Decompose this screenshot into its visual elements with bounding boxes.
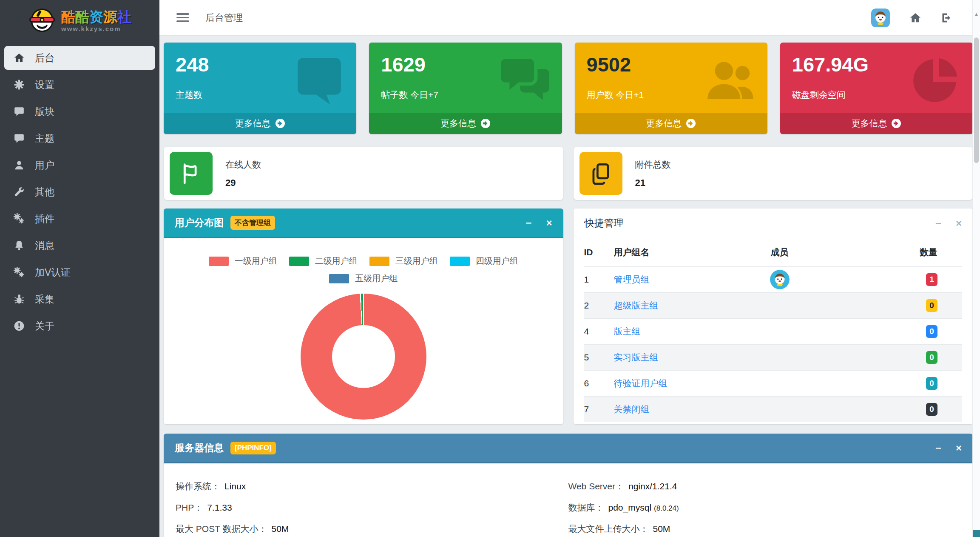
more-info-label: 更多信息: [851, 117, 887, 129]
member-avatar[interactable]: [770, 270, 790, 289]
comment-icon: [14, 106, 25, 117]
legend-item[interactable]: 二级用户组: [289, 255, 358, 267]
group-link[interactable]: 关禁闭组: [614, 404, 650, 414]
more-info-link[interactable]: 更多信息: [780, 113, 973, 134]
group-link[interactable]: 管理员组: [614, 274, 650, 284]
col-count: 数量: [846, 246, 963, 258]
close-icon[interactable]: ×: [956, 218, 962, 229]
stat-label: 用户数 今日+1: [575, 76, 767, 101]
minimize-icon[interactable]: −: [935, 443, 941, 453]
flag-icon: [180, 162, 203, 185]
stat-cards: 248 主题数 更多信息 1629 帖子数 今日+7 更多信息: [164, 43, 973, 134]
minimize-icon[interactable]: −: [935, 218, 941, 229]
server-info-line: 数据库：pdo_mysql(8.0.24): [568, 502, 961, 514]
legend-item[interactable]: 五级用户组: [329, 273, 398, 284]
sidebar-item[interactable]: 版块: [4, 100, 155, 123]
info-box-label: 附件总数: [635, 159, 671, 171]
panel-badge: 不含管理组: [230, 216, 275, 230]
signout-icon[interactable]: [941, 12, 953, 24]
legend-color-swatch: [209, 257, 229, 266]
scrollbar-corner: [973, 530, 980, 537]
info-box: 在线人数 29: [164, 147, 563, 200]
group-link[interactable]: 实习版主组: [614, 352, 659, 362]
page-title: 后台管理: [205, 11, 243, 24]
sidebar-item-label: 关于: [35, 320, 54, 333]
panel-title: 快捷管理: [585, 217, 624, 230]
group-id: 5: [584, 352, 614, 363]
table-row: 1 管理员组: [584, 266, 963, 292]
sidebar-item[interactable]: 插件: [4, 207, 155, 231]
info-box: 附件总数 21: [574, 147, 973, 200]
sidebar-item[interactable]: 用户: [4, 153, 155, 177]
brand-subtitle: www.kkzys.com: [61, 26, 131, 32]
group-link[interactable]: 超级版主组: [614, 300, 659, 310]
count-badge: 0: [926, 377, 937, 390]
sidebar-item[interactable]: 关于: [4, 314, 155, 338]
table-row: 6 待验证用户组: [584, 370, 963, 396]
user-icon: [14, 160, 25, 171]
more-info-link[interactable]: 更多信息: [164, 113, 356, 134]
legend-item[interactable]: 一级用户组: [209, 255, 277, 267]
home-icon: [14, 52, 25, 63]
table-row: 4 版主组: [584, 318, 963, 344]
arrow-circle-right-icon: [686, 118, 696, 129]
sidebar-item[interactable]: 加V认证: [4, 260, 155, 284]
sidebar-item[interactable]: 其他: [4, 180, 155, 204]
bug-icon: [14, 294, 25, 305]
scrollbar-up-arrow-icon[interactable]: ▲: [973, 11, 980, 17]
close-icon[interactable]: ×: [546, 218, 552, 228]
legend-item[interactable]: 四级用户组: [450, 255, 518, 267]
sidebar-item[interactable]: 主题: [4, 126, 155, 150]
user-distribution-donut: [301, 294, 426, 420]
close-icon[interactable]: ×: [956, 443, 962, 453]
server-info-line: PHP：7.1.33: [176, 502, 568, 514]
sidebar-toggle-icon[interactable]: [176, 11, 189, 24]
count-badge: 0: [926, 299, 937, 312]
sidebar-item[interactable]: 设置: [4, 73, 155, 97]
info-icon: [14, 320, 25, 331]
stat-card: 1629 帖子数 今日+7 更多信息: [369, 43, 562, 134]
group-id: 2: [584, 300, 614, 311]
more-info-link[interactable]: 更多信息: [575, 113, 767, 134]
scrollbar-thumb[interactable]: [974, 37, 979, 163]
sidebar-menu: 后台 设置 版块 主题 用户: [0, 39, 159, 338]
server-info-line: Web Server：nginx/1.21.4: [568, 480, 961, 492]
legend-item[interactable]: 三级用户组: [369, 255, 438, 267]
content: 248 主题数 更多信息 1629 帖子数 今日+7 更多信息: [159, 36, 980, 537]
sidebar-item-label: 插件: [35, 212, 54, 226]
brand-logo[interactable]: 酷酷资源社 www.kkzys.com: [0, 0, 159, 39]
stat-value: 248: [164, 43, 356, 76]
page-scrollbar[interactable]: ▲: [972, 0, 980, 537]
wrench-icon: [14, 186, 25, 197]
main-area: 后台管理: [159, 0, 980, 537]
panel-title: 用户分布图: [175, 216, 224, 229]
group-id: 7: [584, 404, 614, 414]
server-info-line: 最大 POST 数据大小：50M: [176, 523, 568, 535]
group-link[interactable]: 版主组: [614, 326, 641, 336]
comment-icon: [14, 133, 25, 144]
stat-label: 主题数: [164, 76, 356, 101]
sidebar-item[interactable]: 消息: [4, 234, 155, 257]
sidebar: 酷酷资源社 www.kkzys.com 后台 设置 版块: [0, 0, 159, 537]
stat-card: 167.94G 磁盘剩余空间 更多信息: [780, 43, 973, 134]
more-info-label: 更多信息: [440, 117, 476, 129]
table-row: 7 关禁闭组: [584, 396, 963, 422]
chart-legend: 一级用户组 二级用户组 三级用户组: [189, 255, 538, 284]
stat-label: 磁盘剩余空间: [780, 76, 973, 101]
server-info-line: 最大文件上传大小：50M: [568, 523, 961, 535]
phpinfo-badge[interactable]: [PHPINFO]: [230, 442, 276, 454]
sidebar-item-label: 用户: [35, 159, 54, 172]
user-avatar[interactable]: [871, 9, 890, 27]
sidebar-item[interactable]: 采集: [4, 287, 155, 311]
topbar: 后台管理: [159, 0, 980, 36]
stat-card: 248 主题数 更多信息: [164, 43, 356, 134]
more-info-link[interactable]: 更多信息: [369, 113, 562, 134]
more-info-label: 更多信息: [235, 117, 271, 129]
copy-icon: [589, 162, 612, 185]
group-link[interactable]: 待验证用户组: [614, 378, 668, 388]
sidebar-item[interactable]: 后台: [4, 46, 155, 70]
minimize-icon[interactable]: −: [526, 218, 531, 228]
arrow-circle-right-icon: [275, 118, 285, 129]
home-icon[interactable]: [909, 12, 921, 24]
sidebar-item-label: 后台: [35, 51, 54, 65]
